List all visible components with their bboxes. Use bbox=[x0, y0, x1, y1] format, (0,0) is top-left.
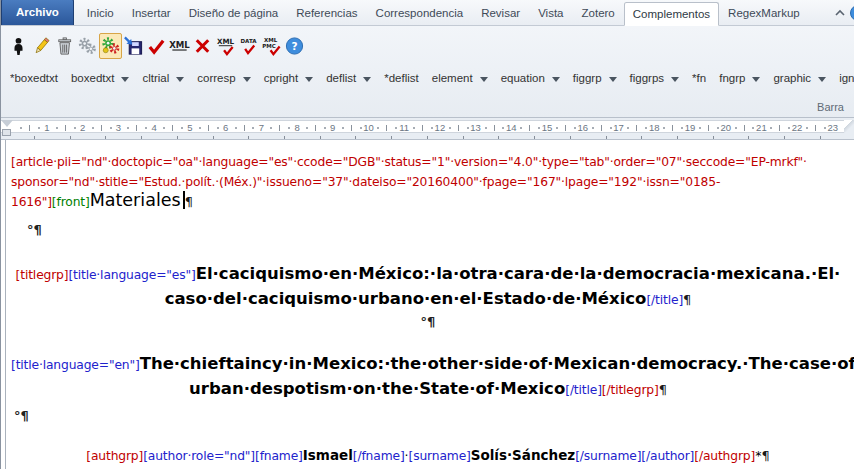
xml-pmc-check-icon-button[interactable]: XMLPMC bbox=[260, 33, 283, 59]
ruler-tick bbox=[663, 127, 665, 129]
colored-gears-icon-button[interactable] bbox=[99, 33, 122, 59]
markup-tag-run: [authgrp] bbox=[86, 449, 143, 463]
ruler-number: 15 bbox=[542, 122, 553, 133]
ruler-number: 7 bbox=[259, 122, 264, 133]
text-run: ¶ bbox=[683, 292, 691, 307]
chevron-down-icon bbox=[363, 77, 371, 82]
ruler-tick bbox=[458, 125, 459, 131]
markup-tag-run: [title·language="es"] bbox=[68, 268, 195, 282]
chevron-up-icon[interactable] bbox=[830, 4, 850, 22]
markup-button-corresp[interactable]: corresp bbox=[197, 72, 250, 84]
chevron-down-icon bbox=[305, 77, 313, 82]
left-indent-marker[interactable] bbox=[2, 129, 11, 136]
xml-check-icon-button[interactable]: XML bbox=[214, 33, 237, 59]
help-icon-button[interactable]: ? bbox=[283, 33, 306, 59]
markup-button-ign[interactable]: ign bbox=[839, 72, 854, 84]
tab-regexmarkup[interactable]: RegexMarkup bbox=[719, 1, 809, 25]
chevron-down-icon bbox=[243, 77, 251, 82]
person-icon-button[interactable] bbox=[7, 33, 30, 59]
gears-icon-button[interactable] bbox=[76, 33, 99, 59]
trash-icon-button[interactable] bbox=[53, 33, 76, 59]
tab-zotero[interactable]: Zotero bbox=[573, 1, 624, 25]
markup-button-fn[interactable]: *fn bbox=[692, 72, 706, 84]
markup-tag-run: [author·role="nd"] bbox=[143, 449, 255, 463]
paragraph[interactable]: [title·language="en"]The·chieftaincy·in·… bbox=[11, 352, 845, 402]
paragraph[interactable]: °¶ bbox=[14, 406, 845, 426]
tab-dise-o-de-p-gina[interactable]: Diseño de página bbox=[180, 1, 288, 25]
ruler-tick bbox=[252, 127, 254, 129]
paragraph[interactable]: [authgrp][author·role="nd"][fname]Ismael… bbox=[11, 446, 845, 466]
horizontal-ruler[interactable]: 1234567891011121314151617181920212223 bbox=[1, 118, 854, 140]
ruler-tick bbox=[529, 125, 530, 131]
ruler-tick bbox=[770, 127, 772, 129]
paragraph[interactable]: °¶ bbox=[11, 312, 845, 332]
default-tab-stop-mark bbox=[320, 136, 321, 139]
ruler-tick bbox=[645, 127, 647, 129]
ruler-tick bbox=[145, 127, 147, 129]
tab-vista[interactable]: Vista bbox=[529, 1, 572, 25]
markup-button-label: figgrp bbox=[573, 72, 602, 84]
default-tab-stop-mark bbox=[105, 136, 106, 139]
text-line: [title·language="en"]The·chieftaincy·in·… bbox=[11, 352, 845, 377]
xml-icon-button[interactable]: XML bbox=[168, 33, 191, 59]
text-run: El·caciquismo·en·México:·la·otra·cara·de… bbox=[196, 264, 841, 283]
ruler-tick bbox=[270, 127, 272, 129]
ruler-band[interactable]: 1234567891011121314151617181920212223 bbox=[1, 120, 846, 133]
first-line-indent-marker[interactable] bbox=[1, 120, 13, 127]
markup-button-boxedtxt[interactable]: boxedtxt bbox=[71, 72, 129, 84]
tab-insertar[interactable]: Insertar bbox=[123, 1, 180, 25]
tab-archivo[interactable]: Archivo bbox=[1, 0, 74, 25]
document-editing-area[interactable]: [article·pii="nd"·doctopic="oa"·language… bbox=[1, 140, 854, 469]
markup-tag-run: sponsor="nd"·stitle="Estud.·polít.·(Méx.… bbox=[11, 175, 720, 189]
markup-button-cpright[interactable]: cpright bbox=[264, 72, 314, 84]
paragraph[interactable]: [article·pii="nd"·doctopic="oa"·language… bbox=[11, 152, 845, 212]
markup-button-equation[interactable]: equation bbox=[501, 72, 560, 84]
paragraph[interactable]: °¶ bbox=[27, 220, 845, 240]
markup-button-figgrp[interactable]: figgrp bbox=[573, 72, 617, 84]
markup-button-fngrp[interactable]: fngrp bbox=[719, 72, 760, 84]
custom-toolbars-text-row: *boxedtxtboxedtxtcltrialcorrespcprightde… bbox=[10, 72, 854, 84]
markup-tag-run: [/title] bbox=[646, 293, 683, 307]
markup-button-graphic[interactable]: graphic bbox=[773, 72, 826, 84]
markup-button-figgrps[interactable]: figgrps bbox=[630, 72, 680, 84]
custom-toolbars-icon-row: XMLXMLDATAXMLPMC? bbox=[7, 33, 306, 59]
pencil-icon-button[interactable] bbox=[30, 33, 53, 59]
default-tab-stop-mark bbox=[284, 136, 285, 139]
markup-tag-run: [/authgrp] bbox=[694, 449, 755, 463]
tab-inicio[interactable]: Inicio bbox=[78, 1, 123, 25]
ruler-tick bbox=[788, 127, 790, 129]
text-line: [article·pii="nd"·doctopic="oa"·language… bbox=[11, 152, 845, 172]
tab-referencias[interactable]: Referencias bbox=[287, 1, 366, 25]
svg-text:XML: XML bbox=[169, 40, 190, 50]
markup-button-element[interactable]: element bbox=[432, 72, 488, 84]
ruler-tick bbox=[502, 127, 504, 129]
default-tab-stop-mark bbox=[784, 136, 785, 139]
markup-button-deflist[interactable]: deflist bbox=[326, 72, 371, 84]
red-check-icon-button[interactable] bbox=[145, 33, 168, 59]
tab-correspondencia[interactable]: Correspondencia bbox=[367, 1, 473, 25]
tab-complementos[interactable]: Complementos bbox=[624, 2, 719, 26]
markup-button-cltrial[interactable]: cltrial bbox=[142, 72, 184, 84]
ruler-tick bbox=[127, 127, 129, 129]
tab-revisar[interactable]: Revisar bbox=[472, 1, 529, 25]
svg-text:XML: XML bbox=[217, 37, 235, 46]
ruler-tick bbox=[672, 125, 673, 131]
default-tab-stop-mark bbox=[391, 136, 392, 139]
chevron-down-icon bbox=[480, 77, 488, 82]
markup-button-boxedtxt[interactable]: *boxedtxt bbox=[10, 72, 58, 84]
ruler-tick bbox=[360, 127, 362, 129]
paragraph[interactable]: [titlegrp][title·language="es"]El·caciqu… bbox=[11, 262, 845, 312]
markup-button-deflist[interactable]: *deflist bbox=[384, 72, 419, 84]
ruler-tick bbox=[744, 125, 745, 131]
default-tab-stop-mark bbox=[713, 136, 714, 139]
ruler-tick bbox=[520, 127, 522, 129]
ruler-tick bbox=[324, 127, 326, 129]
ruler-number: 4 bbox=[152, 122, 157, 133]
data-check-icon-button[interactable]: DATA bbox=[237, 33, 260, 59]
markup-button-label: ign bbox=[839, 72, 854, 84]
help-icon[interactable] bbox=[850, 5, 854, 21]
ruler-tick bbox=[136, 125, 137, 131]
save-icon-button[interactable] bbox=[122, 33, 145, 59]
red-x-icon-button[interactable] bbox=[191, 33, 214, 59]
default-tab-stop-mark bbox=[141, 136, 142, 139]
